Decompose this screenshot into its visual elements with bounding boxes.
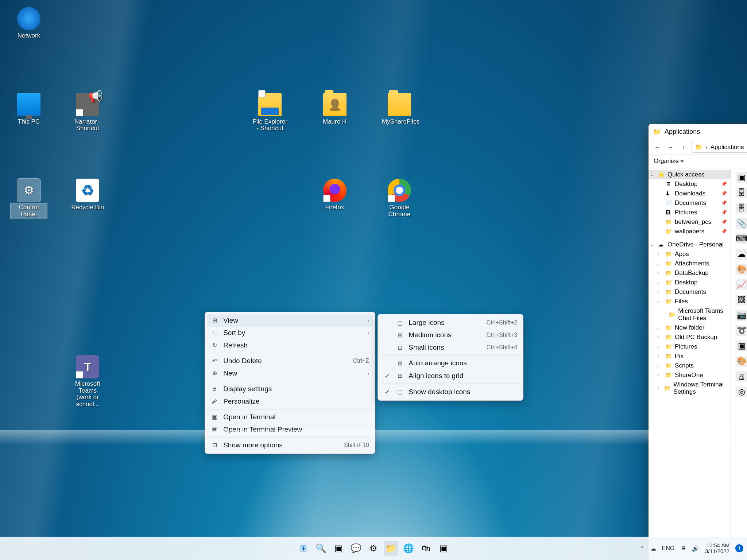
- menu-item-medium-icons[interactable]: ⊞Medium iconsCtrl+Shift+3: [380, 329, 521, 341]
- expand-icon[interactable]: ›: [657, 335, 662, 340]
- file-explorer-button[interactable]: 📁: [384, 541, 398, 556]
- desktop-icon-network[interactable]: Network: [11, 7, 47, 40]
- tray-overflow-icon[interactable]: ⌃: [640, 545, 645, 552]
- start-button[interactable]: ⊞: [296, 541, 311, 556]
- expand-icon[interactable]: ›: [657, 280, 662, 285]
- tree-item-downloads[interactable]: ⬇Downloads📌: [649, 189, 731, 198]
- file-item-notmyfault[interactable]: ▣NotMyFault: [732, 170, 747, 185]
- file-item-onedrive[interactable]: ☁OneDrive: [732, 246, 747, 262]
- tree-item-databackup[interactable]: ›📁DataBackup: [649, 268, 731, 278]
- tree-item-shareone[interactable]: ›📁ShareOne: [649, 370, 731, 380]
- desktop-icon-file-explorer-shortcut[interactable]: File Explorer - Shortcut: [252, 93, 288, 133]
- notification-badge[interactable]: 1: [735, 544, 743, 552]
- tree-item-documents[interactable]: 📄Documents📌: [649, 198, 731, 208]
- expand-icon[interactable]: ›: [657, 289, 662, 295]
- expand-icon[interactable]: ›: [657, 373, 662, 378]
- menu-item-refresh[interactable]: ↻Refresh: [207, 339, 373, 351]
- file-item-photos[interactable]: 🖼Photos: [732, 292, 747, 308]
- chat-button[interactable]: 💬: [349, 541, 363, 556]
- clock[interactable]: 10:54 AM 3/11/2022: [705, 542, 729, 555]
- menu-item-show-desktop-icons[interactable]: ✓▢Show desktop icons: [380, 385, 521, 398]
- file-item-odbc-data-sources-32-bit-[interactable]: 🗄ODBC Data Sources (32-bit): [732, 185, 747, 201]
- menu-item-align-icons-to-grid[interactable]: ✓⊞Align icons to grid: [380, 369, 521, 382]
- file-item-powertoys-preview-[interactable]: 🎨PowerToys (Preview): [732, 354, 747, 369]
- tree-item-desktop[interactable]: 🖥Desktop📌: [649, 179, 731, 189]
- back-button[interactable]: ←: [652, 142, 662, 152]
- file-item-performance-monitor[interactable]: 📈Performance Monitor: [732, 277, 747, 292]
- menu-item-view[interactable]: ⊞View›: [207, 314, 373, 327]
- tree-item-attachments[interactable]: ›📁Attachments: [649, 259, 731, 268]
- language-indicator[interactable]: ENG: [662, 545, 675, 552]
- network-icon[interactable]: 🖥: [680, 545, 686, 552]
- navigation-tree[interactable]: ⌄⭐Quick access🖥Desktop📌⬇Downloads📌📄Docum…: [649, 168, 731, 560]
- tree-item-microsoft-teams-chat-files[interactable]: 📁Microsoft Teams Chat Files: [649, 306, 731, 323]
- tree-item-documents[interactable]: ›📁Documents: [649, 287, 731, 297]
- menu-item-display-settings[interactable]: 🖥Display settings: [207, 383, 373, 395]
- tree-item-windows-terminal-settings[interactable]: ›📁Windows Terminal Settings: [649, 380, 731, 397]
- address-bar[interactable]: 📁 › Applications ⌄ ↻: [692, 142, 747, 153]
- expand-icon[interactable]: ›: [657, 354, 662, 359]
- file-item-office[interactable]: 📎Office: [732, 216, 747, 231]
- file-item-odbc-data-sources-64-bit-[interactable]: 🗄ODBC Data Sources (64-bit): [732, 201, 747, 216]
- onedrive-icon[interactable]: ☁: [650, 545, 656, 552]
- expand-icon[interactable]: ›: [657, 325, 662, 330]
- expand-icon[interactable]: ›: [657, 344, 662, 349]
- tree-item-pictures[interactable]: 🖼Pictures📌: [649, 208, 731, 217]
- tree-item-apps[interactable]: ›📁Apps: [649, 249, 731, 259]
- file-list[interactable]: ▣NotMyFault🗄ODBC Data Sources (32-bit)🗄O…: [731, 168, 747, 560]
- search-button[interactable]: 🔍: [314, 541, 328, 556]
- tree-item-new-folder[interactable]: ›📁New folder: [649, 323, 731, 332]
- tree-item-scripts[interactable]: ›📁Scripts: [649, 361, 731, 370]
- tree-item-files[interactable]: ›📁Files: [649, 297, 731, 306]
- desktop-icon-control-panel[interactable]: Control Panel: [11, 179, 47, 218]
- menu-item-open-in-terminal-preview[interactable]: ▣Open in Terminal Preview: [207, 423, 373, 436]
- forward-button[interactable]: →: [665, 142, 676, 152]
- desktop-icon-narrator-shortcut[interactable]: Narrator - Shortcut: [69, 93, 106, 133]
- expand-icon[interactable]: ›: [657, 252, 662, 257]
- edge-button[interactable]: 🌐: [401, 541, 416, 556]
- terminal-button[interactable]: ▣: [436, 541, 451, 556]
- desktop-icon-google-chrome[interactable]: Google Chrome: [381, 179, 418, 218]
- task-view-button[interactable]: ▣: [331, 541, 346, 556]
- menu-item-show-more-options[interactable]: ⊡Show more optionsShift+F10: [207, 439, 373, 451]
- desktop-icon-recycle-bin[interactable]: Recycle Bin: [69, 179, 106, 212]
- menu-item-auto-arrange-icons[interactable]: ⊞Auto arrange icons: [380, 357, 521, 369]
- organize-menu[interactable]: Organize: [654, 158, 684, 165]
- expand-icon[interactable]: ›: [657, 299, 662, 304]
- tree-item-desktop[interactable]: ›📁Desktop: [649, 278, 731, 287]
- breadcrumb[interactable]: Applications: [711, 144, 744, 151]
- tree-item-pix[interactable]: ›📁Pix: [649, 351, 731, 361]
- tree-item-pictures[interactable]: ›📁Pictures: [649, 342, 731, 351]
- desktop-icon-mauro-h[interactable]: Mauro H: [317, 93, 353, 126]
- expand-icon[interactable]: ›: [657, 386, 661, 391]
- tree-item-old-pc-backup[interactable]: ›📁Old PC Backup: [649, 332, 731, 342]
- menu-item-large-icons[interactable]: ▢Large iconsCtrl+Shift+2: [380, 316, 521, 329]
- expand-icon[interactable]: ›: [657, 271, 662, 276]
- volume-icon[interactable]: 🔊: [692, 545, 699, 552]
- tree-item-wallpapers[interactable]: 📁wallpapers📌: [649, 227, 731, 236]
- file-item-paint[interactable]: 🎨Paint: [732, 262, 747, 277]
- file-item-picpick[interactable]: 📷PicPick: [732, 308, 747, 323]
- tree-item-quick-access[interactable]: ⌄⭐Quick access: [649, 170, 731, 179]
- tree-item-between-pcs[interactable]: 📁between_pcs📌: [649, 217, 731, 227]
- expand-icon[interactable]: ›: [657, 261, 662, 266]
- menu-item-small-icons[interactable]: ⊡Small iconsCtrl+Shift+4: [380, 341, 521, 354]
- system-tray[interactable]: ⌃ ☁ ENG 🖥 🔊 10:54 AM 3/11/2022 1: [640, 542, 743, 555]
- tree-item-onedrive-personal[interactable]: ⌄☁OneDrive - Personal: [649, 240, 731, 249]
- file-item-powershell-7-x64-[interactable]: ▣PowerShell 7 (x64): [732, 338, 747, 354]
- taskbar[interactable]: ⊞ 🔍 ▣ 💬 ⚙ 📁 🌐 🛍 ▣ ⌃ ☁ ENG 🖥 🔊 10:54 AM 3…: [0, 537, 747, 560]
- settings-button[interactable]: ⚙: [366, 541, 381, 556]
- desktop-icon-this-pc[interactable]: This PC: [11, 93, 47, 126]
- up-button[interactable]: ↑: [678, 142, 689, 152]
- titlebar[interactable]: 📁 Applications — ▢ ✕: [649, 124, 747, 140]
- menu-item-undo-delete[interactable]: ↶Undo DeleteCtrl+Z: [207, 355, 373, 367]
- desktop-icon-mysharefiles[interactable]: MyShareFiles: [381, 93, 418, 126]
- menu-item-new[interactable]: ⊕New›: [207, 367, 373, 380]
- expand-icon[interactable]: ⌄: [650, 172, 655, 177]
- file-item-power-automate[interactable]: ➰Power Automate: [732, 323, 747, 338]
- file-item-on-screen-keyboard[interactable]: ⌨On-Screen Keyboard: [732, 231, 747, 246]
- file-item-print-management[interactable]: 🖨Print Management: [732, 369, 747, 384]
- expand-icon[interactable]: ⌄: [650, 242, 655, 247]
- menu-item-open-in-terminal[interactable]: ▣Open in Terminal: [207, 411, 373, 423]
- file-item-process-explorer[interactable]: ◎Process Explorer: [732, 384, 747, 400]
